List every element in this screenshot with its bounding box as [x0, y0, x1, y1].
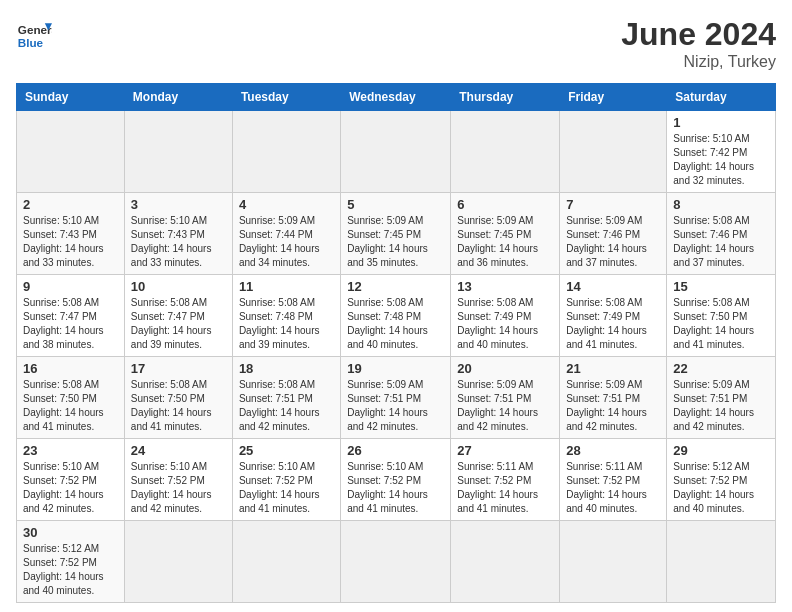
day-number: 20 [457, 361, 553, 376]
calendar-cell: 23Sunrise: 5:10 AM Sunset: 7:52 PM Dayli… [17, 439, 125, 521]
day-info: Sunrise: 5:08 AM Sunset: 7:46 PM Dayligh… [673, 214, 769, 270]
calendar-cell [341, 521, 451, 603]
calendar-cell: 8Sunrise: 5:08 AM Sunset: 7:46 PM Daylig… [667, 193, 776, 275]
weekday-header-sunday: Sunday [17, 84, 125, 111]
calendar-cell: 7Sunrise: 5:09 AM Sunset: 7:46 PM Daylig… [560, 193, 667, 275]
day-info: Sunrise: 5:10 AM Sunset: 7:43 PM Dayligh… [23, 214, 118, 270]
day-info: Sunrise: 5:08 AM Sunset: 7:49 PM Dayligh… [566, 296, 660, 352]
day-number: 7 [566, 197, 660, 212]
calendar-cell: 11Sunrise: 5:08 AM Sunset: 7:48 PM Dayli… [232, 275, 340, 357]
day-number: 1 [673, 115, 769, 130]
calendar-week-row: 2Sunrise: 5:10 AM Sunset: 7:43 PM Daylig… [17, 193, 776, 275]
calendar-cell: 3Sunrise: 5:10 AM Sunset: 7:43 PM Daylig… [124, 193, 232, 275]
calendar-cell: 4Sunrise: 5:09 AM Sunset: 7:44 PM Daylig… [232, 193, 340, 275]
month-title: June 2024 [621, 16, 776, 53]
calendar-cell [560, 521, 667, 603]
calendar-cell: 27Sunrise: 5:11 AM Sunset: 7:52 PM Dayli… [451, 439, 560, 521]
day-info: Sunrise: 5:09 AM Sunset: 7:44 PM Dayligh… [239, 214, 334, 270]
logo-icon: General Blue [16, 16, 52, 52]
day-number: 24 [131, 443, 226, 458]
day-number: 5 [347, 197, 444, 212]
day-number: 17 [131, 361, 226, 376]
weekday-header-wednesday: Wednesday [341, 84, 451, 111]
day-number: 27 [457, 443, 553, 458]
calendar-cell: 29Sunrise: 5:12 AM Sunset: 7:52 PM Dayli… [667, 439, 776, 521]
day-info: Sunrise: 5:10 AM Sunset: 7:52 PM Dayligh… [239, 460, 334, 516]
calendar-cell: 5Sunrise: 5:09 AM Sunset: 7:45 PM Daylig… [341, 193, 451, 275]
day-number: 11 [239, 279, 334, 294]
day-info: Sunrise: 5:08 AM Sunset: 7:49 PM Dayligh… [457, 296, 553, 352]
day-info: Sunrise: 5:08 AM Sunset: 7:47 PM Dayligh… [131, 296, 226, 352]
day-info: Sunrise: 5:11 AM Sunset: 7:52 PM Dayligh… [566, 460, 660, 516]
day-info: Sunrise: 5:10 AM Sunset: 7:42 PM Dayligh… [673, 132, 769, 188]
calendar-cell: 24Sunrise: 5:10 AM Sunset: 7:52 PM Dayli… [124, 439, 232, 521]
day-info: Sunrise: 5:08 AM Sunset: 7:50 PM Dayligh… [131, 378, 226, 434]
day-number: 15 [673, 279, 769, 294]
calendar-cell [451, 111, 560, 193]
calendar-cell: 2Sunrise: 5:10 AM Sunset: 7:43 PM Daylig… [17, 193, 125, 275]
calendar-table: SundayMondayTuesdayWednesdayThursdayFrid… [16, 83, 776, 603]
calendar-cell: 28Sunrise: 5:11 AM Sunset: 7:52 PM Dayli… [560, 439, 667, 521]
weekday-header-saturday: Saturday [667, 84, 776, 111]
day-number: 2 [23, 197, 118, 212]
day-number: 10 [131, 279, 226, 294]
day-info: Sunrise: 5:08 AM Sunset: 7:50 PM Dayligh… [673, 296, 769, 352]
day-info: Sunrise: 5:10 AM Sunset: 7:52 PM Dayligh… [23, 460, 118, 516]
location-title: Nizip, Turkey [621, 53, 776, 71]
calendar-cell: 30Sunrise: 5:12 AM Sunset: 7:52 PM Dayli… [17, 521, 125, 603]
calendar-cell: 12Sunrise: 5:08 AM Sunset: 7:48 PM Dayli… [341, 275, 451, 357]
calendar-week-row: 9Sunrise: 5:08 AM Sunset: 7:47 PM Daylig… [17, 275, 776, 357]
calendar-cell [451, 521, 560, 603]
weekday-header-tuesday: Tuesday [232, 84, 340, 111]
calendar-cell: 20Sunrise: 5:09 AM Sunset: 7:51 PM Dayli… [451, 357, 560, 439]
day-number: 16 [23, 361, 118, 376]
calendar-cell: 22Sunrise: 5:09 AM Sunset: 7:51 PM Dayli… [667, 357, 776, 439]
weekday-header-friday: Friday [560, 84, 667, 111]
calendar-cell: 21Sunrise: 5:09 AM Sunset: 7:51 PM Dayli… [560, 357, 667, 439]
calendar-cell: 16Sunrise: 5:08 AM Sunset: 7:50 PM Dayli… [17, 357, 125, 439]
logo: General Blue [16, 16, 52, 52]
calendar-cell: 25Sunrise: 5:10 AM Sunset: 7:52 PM Dayli… [232, 439, 340, 521]
day-info: Sunrise: 5:08 AM Sunset: 7:50 PM Dayligh… [23, 378, 118, 434]
day-info: Sunrise: 5:09 AM Sunset: 7:51 PM Dayligh… [347, 378, 444, 434]
calendar-cell [232, 521, 340, 603]
day-info: Sunrise: 5:08 AM Sunset: 7:47 PM Dayligh… [23, 296, 118, 352]
day-info: Sunrise: 5:12 AM Sunset: 7:52 PM Dayligh… [673, 460, 769, 516]
day-info: Sunrise: 5:09 AM Sunset: 7:46 PM Dayligh… [566, 214, 660, 270]
day-number: 13 [457, 279, 553, 294]
day-number: 28 [566, 443, 660, 458]
day-number: 14 [566, 279, 660, 294]
day-info: Sunrise: 5:10 AM Sunset: 7:43 PM Dayligh… [131, 214, 226, 270]
calendar-cell: 14Sunrise: 5:08 AM Sunset: 7:49 PM Dayli… [560, 275, 667, 357]
calendar-cell: 18Sunrise: 5:08 AM Sunset: 7:51 PM Dayli… [232, 357, 340, 439]
day-info: Sunrise: 5:08 AM Sunset: 7:48 PM Dayligh… [347, 296, 444, 352]
day-number: 19 [347, 361, 444, 376]
calendar-cell: 19Sunrise: 5:09 AM Sunset: 7:51 PM Dayli… [341, 357, 451, 439]
day-number: 30 [23, 525, 118, 540]
calendar-week-row: 30Sunrise: 5:12 AM Sunset: 7:52 PM Dayli… [17, 521, 776, 603]
calendar-week-row: 1Sunrise: 5:10 AM Sunset: 7:42 PM Daylig… [17, 111, 776, 193]
calendar-cell: 6Sunrise: 5:09 AM Sunset: 7:45 PM Daylig… [451, 193, 560, 275]
day-number: 12 [347, 279, 444, 294]
day-number: 4 [239, 197, 334, 212]
calendar-cell [124, 521, 232, 603]
calendar-cell [560, 111, 667, 193]
calendar-cell: 9Sunrise: 5:08 AM Sunset: 7:47 PM Daylig… [17, 275, 125, 357]
calendar-cell [17, 111, 125, 193]
title-area: June 2024 Nizip, Turkey [621, 16, 776, 71]
calendar-cell: 13Sunrise: 5:08 AM Sunset: 7:49 PM Dayli… [451, 275, 560, 357]
calendar-cell [667, 521, 776, 603]
day-info: Sunrise: 5:09 AM Sunset: 7:45 PM Dayligh… [347, 214, 444, 270]
day-info: Sunrise: 5:09 AM Sunset: 7:51 PM Dayligh… [673, 378, 769, 434]
day-info: Sunrise: 5:08 AM Sunset: 7:51 PM Dayligh… [239, 378, 334, 434]
svg-text:Blue: Blue [18, 36, 44, 49]
day-number: 9 [23, 279, 118, 294]
weekday-header-thursday: Thursday [451, 84, 560, 111]
calendar-week-row: 23Sunrise: 5:10 AM Sunset: 7:52 PM Dayli… [17, 439, 776, 521]
day-info: Sunrise: 5:10 AM Sunset: 7:52 PM Dayligh… [131, 460, 226, 516]
calendar-cell: 1Sunrise: 5:10 AM Sunset: 7:42 PM Daylig… [667, 111, 776, 193]
day-number: 26 [347, 443, 444, 458]
weekday-header-monday: Monday [124, 84, 232, 111]
calendar-cell [232, 111, 340, 193]
weekday-header-row: SundayMondayTuesdayWednesdayThursdayFrid… [17, 84, 776, 111]
